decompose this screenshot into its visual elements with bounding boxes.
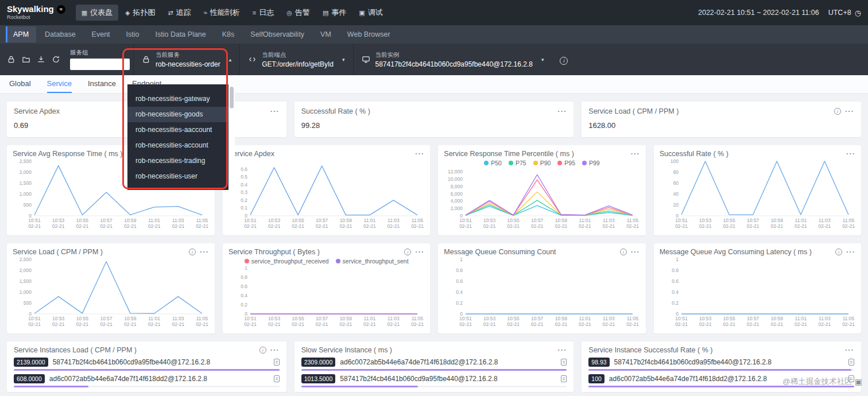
copy-icon[interactable]	[561, 375, 567, 382]
svg-text:1: 1	[245, 265, 247, 271]
svg-text:10:55: 10:55	[76, 316, 89, 321]
refresh-icon[interactable]	[49, 53, 62, 66]
chart-area[interactable]: 0.20.40.60.81010:5102-2110:5302-2110:550…	[444, 256, 640, 329]
layer-tab-selfobservability[interactable]: SelfObservability	[243, 26, 312, 42]
menu-item-event[interactable]: ▤事件	[317, 5, 352, 21]
chart-svg[interactable]: 2,0004,0006,0008,00010,00012,000010:5102…	[444, 166, 640, 231]
more-menu-icon[interactable]: ···	[631, 250, 640, 254]
more-menu-icon[interactable]: ···	[557, 109, 567, 114]
card-title: Successful Rate ( % )	[301, 107, 370, 115]
toolbar-info-button[interactable]: i	[560, 55, 568, 65]
svg-text:10:51: 10:51	[28, 316, 41, 321]
current-service-selector[interactable]: 当前服务rob-necessities-order▴	[133, 44, 239, 75]
legend-item[interactable]: P50	[484, 160, 502, 166]
svg-text:02-21: 02-21	[316, 321, 328, 327]
copy-icon[interactable]	[274, 375, 280, 382]
value-badge: 1013.5000	[301, 374, 336, 383]
menu-item-topology[interactable]: ◈拓扑图	[119, 5, 161, 21]
list-item: 608.0000ad6c0072ab5b44e6a74de7f14f618dd2…	[14, 374, 280, 387]
more-menu-icon[interactable]: ···	[845, 348, 854, 352]
chart-area[interactable]: 2,0004,0006,0008,00010,00012,000010:5102…	[444, 166, 640, 231]
dropdown-scrollbar[interactable]	[228, 84, 235, 190]
folder-icon[interactable]	[20, 53, 32, 66]
svg-text:10:51: 10:51	[28, 218, 41, 223]
card-title: Service Apdex	[14, 107, 60, 115]
legend-item[interactable]: P95	[557, 160, 575, 166]
info-icon[interactable]: i	[189, 249, 196, 255]
layer-tab-k8s[interactable]: K8s	[215, 26, 242, 42]
legend-item[interactable]: service_throughput_received	[245, 258, 329, 265]
chart-area[interactable]: 20406080100010:5102-2110:5302-2110:5502-…	[660, 158, 855, 231]
layer-tab-event[interactable]: Event	[84, 26, 118, 42]
more-menu-icon[interactable]: ···	[845, 109, 854, 114]
legend-item[interactable]: P75	[509, 160, 526, 166]
more-menu-icon[interactable]: ···	[270, 109, 280, 114]
layer-tab-istio[interactable]: Istio	[119, 26, 147, 42]
svg-text:11:03: 11:03	[388, 316, 400, 321]
legend-item[interactable]: P90	[533, 160, 551, 166]
tab-instance[interactable]: Instance	[88, 75, 116, 93]
current-endpoint-selector[interactable]: 当前端点GET:/order/info/getById▾	[239, 44, 352, 75]
chart-area[interactable]: 0.20.40.60.81010:5102-2110:5302-2110:550…	[228, 265, 424, 329]
svg-text:2,000: 2,000	[451, 205, 463, 211]
menu-item-log[interactable]: ≡日志	[247, 5, 280, 21]
info-icon[interactable]: i	[835, 249, 842, 255]
tab-service[interactable]: Service	[47, 75, 72, 93]
time-range-picker[interactable]: 2022-02-21 10:51 ~ 2022-02-21 11:06	[698, 9, 819, 17]
more-menu-icon[interactable]: ···	[415, 152, 424, 156]
dropdown-item[interactable]: rob-necessities-gateway	[127, 91, 228, 107]
dropdown-item[interactable]: rob-necessities-goods	[127, 107, 228, 122]
chart-svg[interactable]: 0.20.40.60.81010:5102-2110:5302-2110:550…	[444, 256, 640, 329]
more-menu-icon[interactable]: ···	[846, 152, 855, 156]
chart-svg[interactable]: 20406080100010:5102-2110:5302-2110:5502-…	[660, 158, 855, 231]
copy-icon[interactable]	[848, 359, 854, 366]
chart-svg[interactable]: 5001,0001,5002,0002,500010:5102-2110:530…	[13, 256, 209, 329]
menu-item-debug[interactable]: ▣调试	[353, 5, 388, 21]
legend-item[interactable]: service_throughput_sent	[336, 258, 409, 265]
tab-global[interactable]: Global	[9, 75, 31, 93]
current-instance-selector[interactable]: 当前实例587417b2f4cb4641b060cd9a95fbe440@172…	[353, 44, 552, 75]
svg-text:0.8: 0.8	[672, 267, 679, 273]
menu-item-profile[interactable]: ≈性能剖析	[198, 5, 246, 21]
layer-tab-web-browser[interactable]: Web Browser	[340, 26, 398, 42]
timezone-control[interactable]: UTC+8 ◷	[828, 9, 861, 17]
layer-tab-database[interactable]: Database	[37, 26, 83, 42]
layer-tab-apm[interactable]: APM	[6, 26, 36, 42]
dropdown-item[interactable]: rob-necessities-user	[127, 169, 228, 184]
menu-item-alarm[interactable]: ◎告警	[281, 5, 316, 21]
more-menu-icon[interactable]: ···	[415, 250, 424, 254]
layer-tab-vm[interactable]: VM	[313, 26, 339, 42]
copy-icon[interactable]	[561, 359, 567, 366]
chart-svg[interactable]: 0.20.40.60.81010:5102-2110:5302-2110:550…	[228, 265, 424, 329]
more-menu-icon[interactable]: ···	[200, 250, 209, 254]
more-menu-icon[interactable]: ···	[846, 250, 855, 254]
dropdown-item[interactable]: rob-necessities-trading	[127, 153, 228, 169]
more-menu-icon[interactable]: ···	[270, 348, 280, 352]
chart-area[interactable]: 0.10.20.30.40.50.6010:5102-2110:5302-211…	[228, 158, 424, 231]
chart-svg[interactable]: 0.10.20.30.40.50.6010:5102-2110:5302-211…	[228, 158, 424, 231]
chart-area[interactable]: 5001,0001,5002,0002,500010:5102-2110:530…	[13, 256, 209, 329]
layer-tab-istio-data-plane[interactable]: Istio Data Plane	[148, 26, 214, 42]
info-icon[interactable]: i	[404, 249, 411, 255]
info-icon[interactable]: i	[834, 108, 841, 115]
service-group-input[interactable]	[70, 59, 130, 70]
info-icon[interactable]: i	[620, 249, 627, 255]
menu-item-trace[interactable]: ⇄追踪	[162, 5, 197, 21]
legend-label: P50	[491, 160, 502, 166]
svg-text:10:59: 10:59	[124, 316, 137, 321]
import-icon[interactable]	[34, 53, 47, 66]
dropdown-item[interactable]: rob-necessities-aaccount	[127, 122, 228, 138]
legend-item[interactable]: P99	[582, 160, 600, 166]
lock-icon[interactable]	[5, 53, 17, 66]
info-icon[interactable]: i	[259, 347, 266, 354]
svg-text:11:03: 11:03	[172, 316, 184, 321]
scrollbar-thumb[interactable]	[230, 87, 234, 108]
more-menu-icon[interactable]: ···	[631, 152, 640, 156]
legend-label: service_throughput_sent	[343, 258, 409, 265]
dropdown-item[interactable]: rob-necessities-account	[127, 138, 228, 153]
more-menu-icon[interactable]: ···	[557, 348, 567, 352]
copy-icon[interactable]	[274, 359, 280, 366]
chart-area[interactable]: 0.20.40.60.81010:5102-2110:5302-2110:550…	[660, 256, 855, 329]
menu-item-dashboard[interactable]: ▦仪表盘	[76, 5, 118, 21]
chart-svg[interactable]: 0.20.40.60.81010:5102-2110:5302-2110:550…	[660, 256, 855, 329]
